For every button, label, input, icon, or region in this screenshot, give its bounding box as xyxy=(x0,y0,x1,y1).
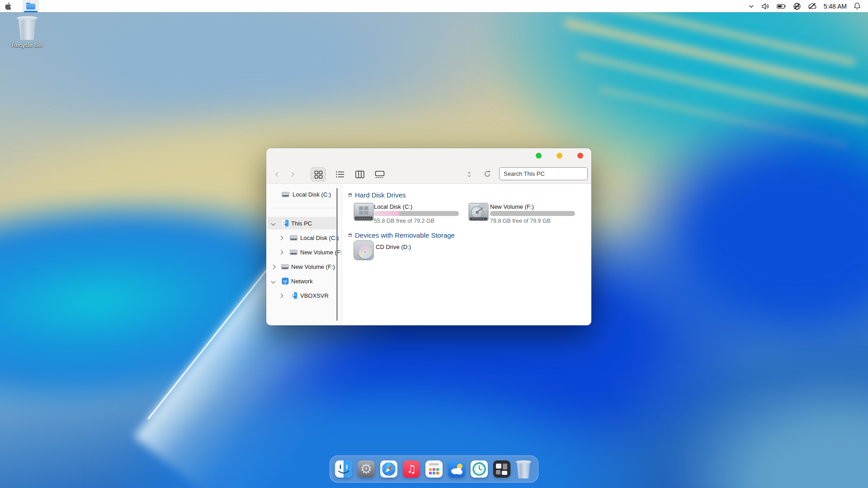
sidebar: Local Disk (C:) This PC Local Disk (C:) xyxy=(266,184,342,325)
tray-chevron-icon[interactable] xyxy=(748,3,755,9)
forward-button[interactable] xyxy=(287,169,298,180)
content-pane: Hard Disk Drives xyxy=(342,184,591,325)
folder-icon xyxy=(26,3,35,9)
close-button[interactable] xyxy=(577,153,583,159)
list-view-button[interactable] xyxy=(332,167,348,182)
drive-name: CD Drive (D:) xyxy=(376,244,411,250)
chevron-down-icon[interactable] xyxy=(271,221,276,225)
hard-drive-icon xyxy=(290,249,297,256)
network-globe-icon xyxy=(281,277,289,285)
recycle-bin-label: Recycle Bin xyxy=(12,42,43,48)
group-collapse-icon[interactable] xyxy=(349,193,352,197)
group-collapse-icon[interactable] xyxy=(349,234,352,237)
desktop: 5:48 AM Recycle Bin xyxy=(0,0,868,488)
dock-system-settings-icon[interactable]: ⚙ xyxy=(358,460,375,478)
file-explorer-window: Local Disk (C:) This PC Local Disk (C:) xyxy=(266,148,591,325)
network-offline-icon[interactable] xyxy=(793,2,801,10)
cd-drive-icon xyxy=(354,240,374,260)
drive-free-space: 79.8 GB free of 79.9 GB xyxy=(490,218,551,224)
minimize-button[interactable] xyxy=(557,153,562,159)
apple-menu[interactable] xyxy=(0,0,15,12)
cloud-offline-icon[interactable] xyxy=(808,3,817,9)
sidebar-scrollbar[interactable] xyxy=(336,188,338,321)
battery-icon[interactable] xyxy=(777,3,786,9)
chevron-right-icon xyxy=(289,171,296,178)
chevron-down-icon[interactable] xyxy=(271,279,276,283)
finder-face-icon xyxy=(281,220,289,227)
maximize-button[interactable] xyxy=(536,153,542,159)
drive-free-space: 55.8 GB free of 79.2 GB xyxy=(374,218,434,224)
menu-bar: 5:48 AM xyxy=(0,0,868,12)
usage-bar xyxy=(374,211,459,216)
drive-name: New Volume (F:) xyxy=(490,203,534,210)
gallery-view-icon xyxy=(375,170,385,178)
recycle-bin-shortcut[interactable]: Recycle Bin xyxy=(5,16,49,48)
hard-disk-open-icon xyxy=(468,202,489,222)
section-header-removable-storage[interactable]: Devices with Removable Storage xyxy=(349,231,455,239)
dock-launchpad-icon[interactable] xyxy=(425,460,443,478)
active-app-indicator xyxy=(24,11,38,12)
list-view-icon xyxy=(335,170,344,178)
gallery-view-button[interactable] xyxy=(372,167,387,182)
column-view-button[interactable] xyxy=(352,167,368,182)
sidebar-item-local-disk-c[interactable]: Local Disk (C:) xyxy=(268,231,338,244)
clock[interactable]: 5:48 AM xyxy=(824,3,847,10)
sort-control[interactable] xyxy=(467,171,473,178)
sidebar-item-vboxsvr[interactable]: VBOXSVR xyxy=(268,289,338,302)
finder-face-icon xyxy=(290,292,297,300)
usage-bar xyxy=(490,211,575,216)
apple-logo-icon xyxy=(5,2,11,10)
hard-drive-icon xyxy=(290,234,297,242)
sidebar-divider xyxy=(271,208,336,208)
hard-drive-icon xyxy=(282,191,289,198)
dock-trash-icon[interactable] xyxy=(516,460,533,478)
chevron-right-icon[interactable] xyxy=(279,235,283,240)
dock-safari-icon[interactable] xyxy=(380,460,397,478)
hard-drive-icon xyxy=(281,263,289,271)
sidebar-item-local-disk-c-scrolled[interactable]: Local Disk (C:) xyxy=(268,188,338,201)
dock-music-icon[interactable]: ♫ xyxy=(403,460,420,478)
column-view-icon xyxy=(355,170,364,178)
chevron-right-icon[interactable] xyxy=(279,250,283,254)
hard-disk-icon xyxy=(354,202,374,222)
sort-chevrons-icon xyxy=(467,171,472,178)
sidebar-item-this-pc[interactable]: This PC xyxy=(268,217,338,230)
chevron-left-icon xyxy=(274,171,280,178)
section-header-hard-disk-drives[interactable]: Hard Disk Drives xyxy=(349,191,406,199)
dock: ⚙ ♫ xyxy=(330,455,538,483)
notification-bell-icon[interactable] xyxy=(854,2,861,10)
volume-icon[interactable] xyxy=(761,3,770,10)
window-titlebar[interactable] xyxy=(266,148,591,184)
dock-finder-icon[interactable] xyxy=(335,460,352,478)
back-button[interactable] xyxy=(272,169,283,180)
refresh-button[interactable] xyxy=(483,170,492,179)
dock-weather-icon[interactable] xyxy=(448,460,465,478)
drive-name: Local Disk (C:) xyxy=(374,203,412,210)
grid-view-icon xyxy=(314,170,323,179)
taskbar-active-app-file-explorer[interactable] xyxy=(23,0,39,12)
dock-time-machine-icon[interactable] xyxy=(471,460,488,478)
chevron-right-icon[interactable] xyxy=(271,264,276,269)
recycle-bin-icon xyxy=(17,16,38,40)
refresh-icon xyxy=(483,170,491,178)
dock-window-tiles-icon[interactable] xyxy=(493,460,510,478)
sidebar-item-network[interactable]: Network xyxy=(268,275,338,287)
grid-view-button[interactable] xyxy=(311,167,326,182)
search-input[interactable] xyxy=(499,167,588,180)
chevron-right-icon[interactable] xyxy=(279,293,283,298)
sidebar-item-new-volume-f-child[interactable]: New Volume (F: xyxy=(268,246,338,258)
sidebar-item-new-volume-f[interactable]: New Volume (F:) xyxy=(268,260,338,273)
